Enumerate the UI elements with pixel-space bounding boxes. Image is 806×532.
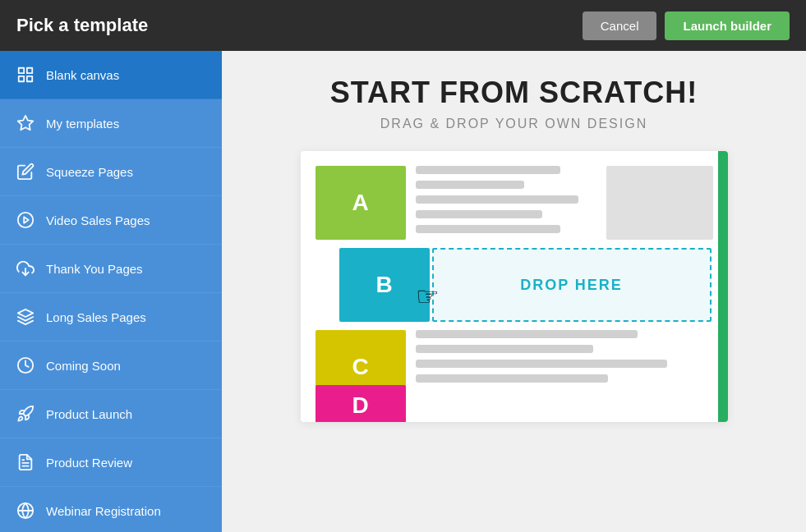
sidebar-item-squeeze-pages[interactable]: Squeeze Pages <box>0 148 222 196</box>
line-5 <box>416 225 560 233</box>
sidebar: Blank canvasMy templatesSqueeze PagesVid… <box>0 51 222 532</box>
edit-icon <box>16 163 35 181</box>
svg-rect-3 <box>19 76 24 81</box>
sidebar-label-video-sales-pages: Video Sales Pages <box>46 213 150 227</box>
illustration-lines-top <box>416 166 596 240</box>
sidebar-item-webinar-registration[interactable]: Webinar Registration <box>0 487 222 532</box>
sidebar-item-long-sales-pages[interactable]: Long Sales Pages <box>0 293 222 342</box>
svg-point-5 <box>18 213 33 227</box>
right-edge-accent <box>718 151 728 422</box>
svg-marker-8 <box>18 310 33 317</box>
launch-builder-button[interactable]: Launch builder <box>665 11 790 40</box>
checklist-icon <box>16 453 35 471</box>
drag-drop-illustration: A B ☞ <box>301 151 728 422</box>
bottom-line-1 <box>416 330 638 338</box>
sidebar-label-product-launch: Product Launch <box>46 407 132 421</box>
sidebar-item-coming-soon[interactable]: Coming Soon <box>0 342 222 390</box>
header-buttons: Cancel Launch builder <box>583 11 790 40</box>
drop-here-text: DROP HERE <box>520 277 623 294</box>
drag-cursor-icon: ☞ <box>416 281 440 312</box>
svg-rect-0 <box>19 68 24 73</box>
modal-header: Pick a template Cancel Launch builder <box>0 0 806 51</box>
modal-body: Blank canvasMy templatesSqueeze PagesVid… <box>0 51 806 532</box>
scratch-title: START FROM SCRATCH! <box>330 76 698 110</box>
cloud-icon <box>16 259 35 277</box>
line-3 <box>416 195 578 204</box>
line-4 <box>416 210 542 218</box>
sidebar-label-squeeze-pages: Squeeze Pages <box>46 165 133 179</box>
svg-marker-6 <box>24 217 29 222</box>
sidebar-label-product-review: Product Review <box>46 456 132 470</box>
sidebar-label-long-sales-pages: Long Sales Pages <box>46 310 146 324</box>
rocket-icon <box>16 405 35 423</box>
svg-rect-1 <box>27 68 32 73</box>
bottom-line-3 <box>416 360 667 368</box>
svg-rect-2 <box>27 76 32 81</box>
svg-marker-4 <box>18 116 33 130</box>
cancel-button[interactable]: Cancel <box>583 11 657 40</box>
block-d: D <box>315 385 406 422</box>
image-placeholder <box>606 166 713 240</box>
illustration-lines-bottom <box>416 330 712 389</box>
sidebar-item-product-review[interactable]: Product Review <box>0 438 222 487</box>
sidebar-item-thank-you-pages[interactable]: Thank You Pages <box>0 245 222 293</box>
sidebar-item-blank-canvas[interactable]: Blank canvas <box>0 51 222 99</box>
sidebar-item-video-sales-pages[interactable]: Video Sales Pages <box>0 196 222 245</box>
line-2 <box>416 181 524 189</box>
globe-icon <box>16 502 35 520</box>
line-1 <box>416 166 560 174</box>
sidebar-label-webinar-registration: Webinar Registration <box>46 504 161 518</box>
layers-icon <box>16 308 35 326</box>
sidebar-label-blank-canvas: Blank canvas <box>46 68 119 82</box>
block-a: A <box>315 166 406 240</box>
modal-title: Pick a template <box>16 15 148 36</box>
star-icon <box>16 114 35 132</box>
clock-icon <box>16 356 35 374</box>
drop-zone: DROP HERE <box>432 248 712 322</box>
play-icon <box>16 211 35 229</box>
scratch-panel: START FROM SCRATCH! DRAG & DROP YOUR OWN… <box>260 76 769 422</box>
main-content: START FROM SCRATCH! DRAG & DROP YOUR OWN… <box>222 51 806 532</box>
layout-icon <box>16 66 35 84</box>
sidebar-label-my-templates: My templates <box>46 117 119 131</box>
scratch-subtitle: DRAG & DROP YOUR OWN DESIGN <box>380 117 647 131</box>
sidebar-label-thank-you-pages: Thank You Pages <box>46 262 143 276</box>
bottom-line-4 <box>416 374 608 383</box>
sidebar-item-product-launch[interactable]: Product Launch <box>0 390 222 438</box>
sidebar-label-coming-soon: Coming Soon <box>46 359 121 373</box>
sidebar-item-my-templates[interactable]: My templates <box>0 99 222 148</box>
bottom-line-2 <box>416 345 593 353</box>
